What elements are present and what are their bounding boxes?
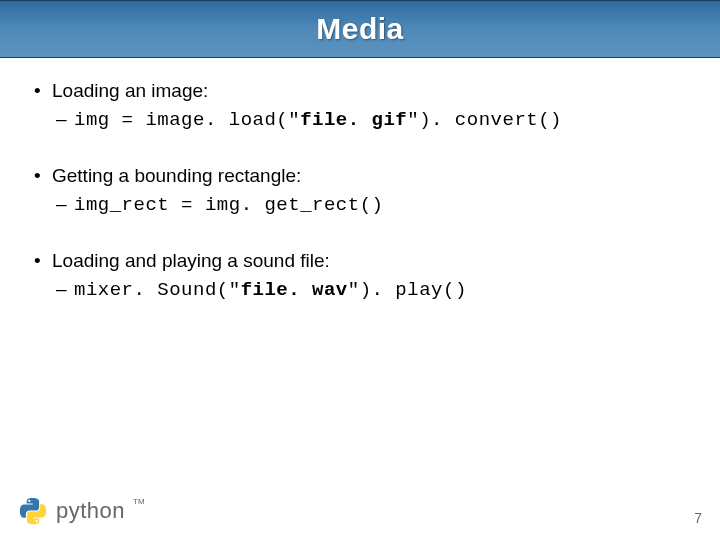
code-2-prefix: img_rect = img. get_rect(): [74, 194, 383, 216]
content-area: Loading an image: img = image. load("fil…: [0, 58, 720, 301]
python-logo: python TM: [18, 496, 145, 526]
sub-1: img = image. load("file. gif"). convert(…: [30, 108, 690, 131]
title-bar: Media: [0, 0, 720, 58]
code-1-suffix: "). convert(): [407, 109, 562, 131]
code-1-bold: file. gif: [300, 109, 407, 131]
slide: Media Loading an image: img = image. loa…: [0, 0, 720, 540]
bullet-2: Getting a bounding rectangle:: [30, 165, 690, 187]
trademark: TM: [133, 497, 145, 506]
python-logo-icon: [18, 496, 48, 526]
sub-3: mixer. Sound("file. wav"). play(): [30, 278, 690, 301]
bullet-3: Loading and playing a sound file:: [30, 250, 690, 272]
logo-text: python: [56, 498, 125, 524]
slide-title: Media: [316, 12, 404, 46]
sub-2: img_rect = img. get_rect(): [30, 193, 690, 216]
code-3-prefix: mixer. Sound(": [74, 279, 241, 301]
code-3-bold: file. wav: [241, 279, 348, 301]
page-number: 7: [694, 510, 702, 526]
code-3-suffix: "). play(): [348, 279, 467, 301]
code-1-prefix: img = image. load(": [74, 109, 300, 131]
bullet-1: Loading an image:: [30, 80, 690, 102]
